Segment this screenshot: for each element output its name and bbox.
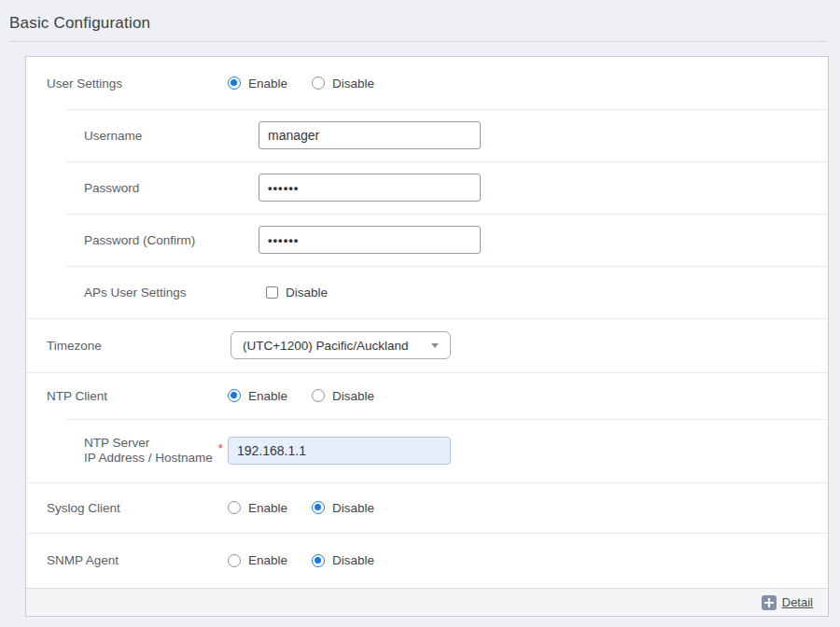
enable-label: Enable bbox=[248, 77, 287, 91]
panel-footer: Detail bbox=[26, 588, 828, 616]
ntp-client-radio-group: Enable Disable bbox=[228, 389, 374, 403]
ntp-client-label: NTP Client bbox=[26, 389, 228, 403]
ntp-server-label-line2: IP Address / Hostname bbox=[84, 451, 213, 465]
user-settings-radio-group: Enable Disable bbox=[228, 77, 374, 91]
snmp-agent-label: SNMP Agent bbox=[26, 553, 228, 567]
enable-label: Enable bbox=[248, 389, 287, 403]
radio-icon[interactable] bbox=[312, 77, 325, 90]
radio-icon[interactable] bbox=[228, 389, 241, 402]
username-input[interactable] bbox=[259, 121, 481, 149]
timezone-label: Timezone bbox=[26, 339, 228, 353]
plus-icon[interactable] bbox=[762, 595, 777, 610]
user-settings-enable-option[interactable]: Enable bbox=[228, 77, 287, 91]
syslog-client-enable-option[interactable]: Enable bbox=[228, 501, 287, 515]
ntp-client-disable-option[interactable]: Disable bbox=[312, 389, 374, 403]
syslog-client-disable-option[interactable]: Disable bbox=[312, 501, 374, 515]
enable-label: Enable bbox=[248, 501, 287, 515]
syslog-client-radio-group: Enable Disable bbox=[228, 501, 374, 515]
row-aps-user-settings: APs User Settings Disable bbox=[26, 266, 828, 318]
chevron-down-icon bbox=[431, 343, 439, 348]
row-password: Password bbox=[26, 161, 828, 214]
detail-link[interactable]: Detail bbox=[782, 595, 813, 609]
disable-label: Disable bbox=[332, 501, 374, 515]
user-settings-disable-option[interactable]: Disable bbox=[312, 77, 374, 91]
user-settings-label: User Settings bbox=[26, 77, 228, 91]
radio-icon[interactable] bbox=[312, 554, 325, 567]
password-confirm-input[interactable] bbox=[259, 226, 481, 254]
ntp-client-enable-option[interactable]: Enable bbox=[228, 389, 287, 403]
ntp-server-label: NTP Server IP Address / Hostname * bbox=[26, 436, 228, 466]
snmp-agent-radio-group: Enable Disable bbox=[228, 553, 374, 567]
disable-label: Disable bbox=[332, 389, 374, 403]
row-user-settings: User Settings Enable Disable bbox=[26, 57, 828, 109]
enable-label: Enable bbox=[248, 553, 287, 567]
password-label: Password bbox=[26, 181, 228, 195]
ntp-server-input[interactable] bbox=[228, 437, 451, 465]
timezone-select[interactable]: (UTC+1200) Pacific/Auckland bbox=[231, 331, 451, 359]
row-password-confirm: Password (Confirm) bbox=[26, 214, 828, 266]
row-snmp-agent: SNMP Agent Enable Disable bbox=[26, 533, 828, 588]
basic-configuration-panel: User Settings Enable Disable Username Pa… bbox=[25, 56, 829, 617]
page-title: Basic Configuration bbox=[9, 14, 150, 33]
radio-icon[interactable] bbox=[228, 501, 241, 514]
password-input[interactable] bbox=[259, 174, 481, 202]
radio-icon[interactable] bbox=[228, 554, 241, 567]
radio-icon[interactable] bbox=[312, 389, 325, 402]
row-ntp-client: NTP Client Enable Disable bbox=[26, 372, 828, 419]
checkbox-icon[interactable] bbox=[266, 286, 278, 299]
snmp-agent-disable-option[interactable]: Disable bbox=[312, 553, 374, 567]
row-timezone: Timezone (UTC+1200) Pacific/Auckland bbox=[26, 318, 828, 372]
username-label: Username bbox=[26, 129, 228, 143]
disable-label: Disable bbox=[332, 553, 374, 567]
radio-icon[interactable] bbox=[312, 501, 325, 514]
radio-icon[interactable] bbox=[228, 77, 241, 90]
aps-user-settings-label: APs User Settings bbox=[26, 286, 228, 300]
row-username: Username bbox=[26, 109, 828, 161]
ntp-server-label-text: NTP Server IP Address / Hostname bbox=[84, 436, 213, 466]
snmp-agent-enable-option[interactable]: Enable bbox=[228, 553, 287, 567]
required-asterisk: * bbox=[218, 441, 223, 455]
syslog-client-label: Syslog Client bbox=[26, 501, 228, 515]
row-syslog-client: Syslog Client Enable Disable bbox=[26, 482, 828, 533]
aps-disable-label: Disable bbox=[286, 286, 328, 300]
password-confirm-label: Password (Confirm) bbox=[26, 233, 228, 247]
disable-label: Disable bbox=[332, 77, 374, 91]
row-ntp-server: NTP Server IP Address / Hostname * bbox=[26, 419, 828, 482]
ntp-server-label-line1: NTP Server bbox=[84, 436, 149, 450]
aps-disable-checkbox-option[interactable]: Disable bbox=[266, 286, 328, 300]
timezone-selected-value: (UTC+1200) Pacific/Auckland bbox=[243, 339, 408, 353]
title-divider bbox=[9, 41, 827, 42]
